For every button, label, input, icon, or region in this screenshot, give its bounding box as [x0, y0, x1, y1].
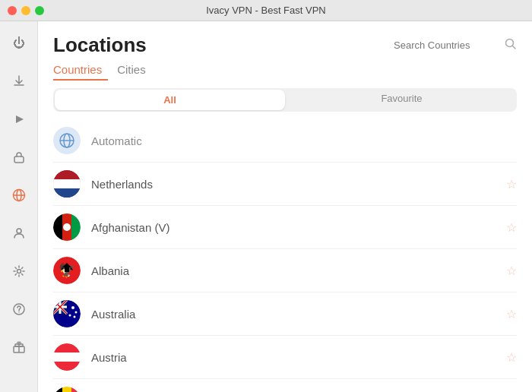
- svg-rect-22: [53, 179, 81, 188]
- flag-afghanistan: [53, 213, 81, 241]
- location-tabs: Countries Cities: [53, 62, 517, 81]
- svg-rect-23: [53, 188, 81, 198]
- list-item[interactable]: 🦅 Albania ☆: [53, 249, 517, 292]
- sidebar-icon-gift[interactable]: [8, 336, 30, 359]
- svg-rect-50: [53, 387, 62, 392]
- svg-rect-27: [71, 213, 81, 241]
- sidebar-icon-power[interactable]: ⏻: [8, 32, 30, 55]
- svg-point-7: [18, 311, 19, 312]
- filter-all[interactable]: All: [55, 90, 285, 110]
- favourite-star[interactable]: ☆: [506, 177, 517, 191]
- country-name: Australia: [91, 308, 506, 321]
- list-item[interactable]: Australia ☆: [53, 292, 517, 336]
- window-controls[interactable]: [8, 6, 44, 15]
- country-name: Netherlands: [91, 178, 506, 191]
- tab-countries[interactable]: Countries: [53, 62, 108, 81]
- header-top: Locations: [53, 33, 517, 57]
- sidebar-icon-help[interactable]: [8, 298, 30, 321]
- maximize-button[interactable]: [35, 6, 44, 15]
- svg-point-41: [71, 306, 74, 309]
- search-area: [394, 38, 517, 53]
- svg-rect-48: [53, 362, 81, 371]
- sidebar-icon-download[interactable]: [8, 70, 30, 93]
- list-item[interactable]: Automatic: [53, 119, 517, 163]
- list-item[interactable]: Belgium ☆: [53, 379, 517, 392]
- country-name: Austria: [91, 351, 506, 364]
- sidebar-icon-play[interactable]: [8, 108, 30, 131]
- flag-australia: [53, 300, 81, 327]
- search-icon[interactable]: [505, 38, 517, 53]
- svg-rect-21: [53, 170, 81, 179]
- country-name: Afghanistan (V): [91, 221, 506, 234]
- sidebar-icon-user[interactable]: [8, 222, 30, 245]
- svg-point-43: [74, 316, 76, 318]
- list-item[interactable]: Austria ☆: [53, 336, 517, 379]
- sidebar: ⏻: [0, 21, 38, 392]
- window-title: Ivacy VPN - Best Fast VPN: [206, 5, 326, 16]
- close-button[interactable]: [8, 6, 17, 15]
- page-title: Locations: [53, 33, 147, 57]
- favourite-star[interactable]: ☆: [506, 220, 517, 235]
- flag-belgium: [53, 387, 81, 392]
- search-input[interactable]: [394, 40, 500, 51]
- svg-point-44: [75, 311, 78, 314]
- svg-rect-51: [62, 387, 71, 392]
- flag-austria: [53, 343, 81, 371]
- tab-cities[interactable]: Cities: [117, 62, 152, 81]
- filter-bar: All Favourite: [53, 88, 517, 112]
- flag-automatic: [53, 127, 81, 154]
- svg-point-5: [17, 270, 21, 273]
- svg-rect-0: [14, 156, 24, 163]
- filter-favourite[interactable]: Favourite: [287, 88, 517, 112]
- svg-rect-46: [53, 343, 81, 352]
- sidebar-icon-globe[interactable]: [8, 184, 30, 207]
- favourite-star[interactable]: ☆: [506, 350, 517, 365]
- country-list: Automatic Netherlands: [38, 119, 532, 392]
- sidebar-icon-settings[interactable]: [8, 260, 30, 283]
- svg-rect-52: [71, 387, 81, 392]
- titlebar: Ivacy VPN - Best Fast VPN: [0, 0, 532, 21]
- svg-point-28: [63, 223, 71, 231]
- favourite-star[interactable]: ☆: [506, 307, 517, 321]
- svg-line-12: [513, 46, 516, 49]
- svg-point-42: [69, 315, 71, 317]
- favourite-star[interactable]: ☆: [506, 264, 517, 278]
- main-content: Locations Countries Cities: [38, 21, 532, 392]
- minimize-button[interactable]: [21, 6, 30, 15]
- country-name: Albania: [91, 264, 506, 277]
- flag-albania: 🦅: [53, 257, 81, 284]
- svg-point-4: [17, 229, 21, 233]
- svg-rect-25: [53, 213, 62, 241]
- country-name: Automatic: [91, 134, 517, 147]
- svg-rect-47: [53, 352, 81, 362]
- list-item[interactable]: Afghanistan (V) ☆: [53, 206, 517, 249]
- header: Locations Countries Cities: [38, 21, 532, 81]
- sidebar-icon-lock[interactable]: [8, 146, 30, 169]
- app-container: ⏻: [0, 21, 532, 392]
- flag-netherlands: [53, 170, 81, 198]
- list-item[interactable]: Netherlands ☆: [53, 163, 517, 206]
